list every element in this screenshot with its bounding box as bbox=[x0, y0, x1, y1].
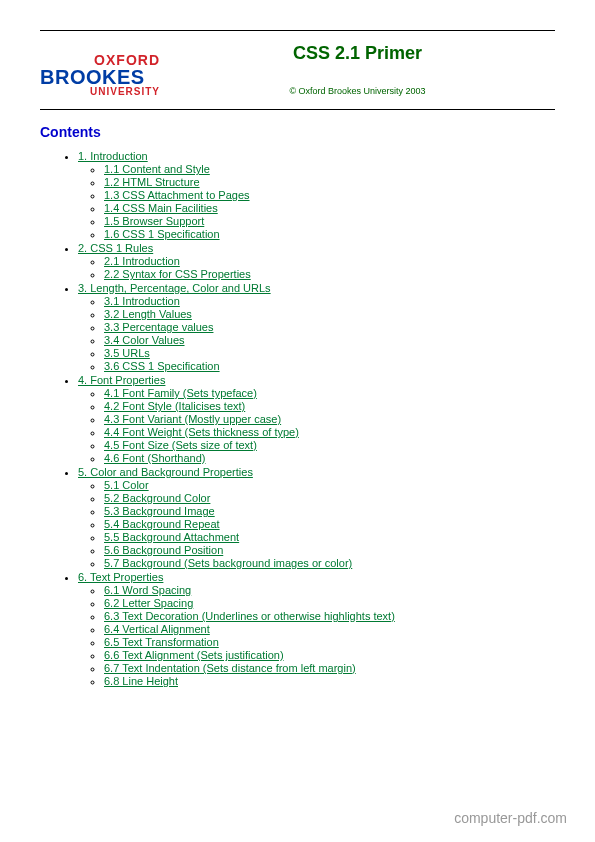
toc-subsection-link[interactable]: 5.1 Color bbox=[104, 479, 149, 491]
table-of-contents: 1. Introduction1.1 Content and Style1.2 … bbox=[40, 150, 555, 687]
toc-subsection-link[interactable]: 6.7 Text Indentation (Sets distance from… bbox=[104, 662, 356, 674]
toc-subsection: 2.2 Syntax for CSS Properties bbox=[104, 268, 555, 280]
toc-subsection-list: 3.1 Introduction3.2 Length Values3.3 Per… bbox=[78, 295, 555, 372]
toc-section-link[interactable]: 2. CSS 1 Rules bbox=[78, 242, 153, 254]
toc-subsection: 5.4 Background Repeat bbox=[104, 518, 555, 530]
toc-subsection-link[interactable]: 6.6 Text Alignment (Sets justification) bbox=[104, 649, 284, 661]
toc-subsection-link[interactable]: 4.2 Font Style (Italicises text) bbox=[104, 400, 245, 412]
toc-section: 4. Font Properties4.1 Font Family (Sets … bbox=[78, 374, 555, 464]
toc-subsection: 6.7 Text Indentation (Sets distance from… bbox=[104, 662, 555, 674]
footer-source: computer-pdf.com bbox=[454, 810, 567, 826]
toc-subsection: 3.4 Color Values bbox=[104, 334, 555, 346]
logo-line-3: UNIVERSITY bbox=[40, 87, 160, 97]
toc-subsection-link[interactable]: 1.2 HTML Structure bbox=[104, 176, 200, 188]
logo-line-2: BROOKES bbox=[40, 67, 160, 87]
toc-subsection: 1.2 HTML Structure bbox=[104, 176, 555, 188]
toc-section-link[interactable]: 5. Color and Background Properties bbox=[78, 466, 253, 478]
toc-subsection-link[interactable]: 4.6 Font (Shorthand) bbox=[104, 452, 206, 464]
toc-subsection: 1.5 Browser Support bbox=[104, 215, 555, 227]
toc-subsection-list: 4.1 Font Family (Sets typeface)4.2 Font … bbox=[78, 387, 555, 464]
toc-subsection: 3.6 CSS 1 Specification bbox=[104, 360, 555, 372]
toc-subsection: 5.6 Background Position bbox=[104, 544, 555, 556]
toc-subsection-link[interactable]: 2.1 Introduction bbox=[104, 255, 180, 267]
toc-subsection-link[interactable]: 3.3 Percentage values bbox=[104, 321, 213, 333]
toc-subsection-list: 5.1 Color5.2 Background Color5.3 Backgro… bbox=[78, 479, 555, 569]
title-area: CSS 2.1 Primer © Oxford Brookes Universi… bbox=[160, 41, 555, 96]
toc-subsection: 3.1 Introduction bbox=[104, 295, 555, 307]
toc-section: 3. Length, Percentage, Color and URLs3.1… bbox=[78, 282, 555, 372]
toc-subsection: 4.3 Font Variant (Mostly upper case) bbox=[104, 413, 555, 425]
toc-subsection-link[interactable]: 6.4 Vertical Alignment bbox=[104, 623, 210, 635]
toc-subsection-link[interactable]: 3.2 Length Values bbox=[104, 308, 192, 320]
toc-subsection: 4.4 Font Weight (Sets thickness of type) bbox=[104, 426, 555, 438]
toc-subsection-link[interactable]: 3.6 CSS 1 Specification bbox=[104, 360, 220, 372]
toc-subsection-link[interactable]: 4.3 Font Variant (Mostly upper case) bbox=[104, 413, 281, 425]
toc-section-link[interactable]: 1. Introduction bbox=[78, 150, 148, 162]
toc-subsection-link[interactable]: 1.6 CSS 1 Specification bbox=[104, 228, 220, 240]
toc-subsection-link[interactable]: 4.4 Font Weight (Sets thickness of type) bbox=[104, 426, 299, 438]
toc-section-link[interactable]: 6. Text Properties bbox=[78, 571, 163, 583]
toc-subsection: 1.6 CSS 1 Specification bbox=[104, 228, 555, 240]
top-rule bbox=[40, 30, 555, 31]
toc-subsection: 2.1 Introduction bbox=[104, 255, 555, 267]
contents-heading: Contents bbox=[40, 124, 555, 140]
toc-subsection-link[interactable]: 6.8 Line Height bbox=[104, 675, 178, 687]
toc-subsection-link[interactable]: 5.6 Background Position bbox=[104, 544, 223, 556]
header: OXFORD BROOKES UNIVERSITY CSS 2.1 Primer… bbox=[40, 41, 555, 97]
toc-subsection-link[interactable]: 4.5 Font Size (Sets size of text) bbox=[104, 439, 257, 451]
toc-subsection-link[interactable]: 4.1 Font Family (Sets typeface) bbox=[104, 387, 257, 399]
toc-subsection: 6.6 Text Alignment (Sets justification) bbox=[104, 649, 555, 661]
toc-subsection-link[interactable]: 6.3 Text Decoration (Underlines or other… bbox=[104, 610, 395, 622]
toc-subsection: 3.5 URLs bbox=[104, 347, 555, 359]
toc-subsection-link[interactable]: 6.2 Letter Spacing bbox=[104, 597, 193, 609]
toc-subsection-link[interactable]: 1.4 CSS Main Facilities bbox=[104, 202, 218, 214]
toc-subsection: 6.2 Letter Spacing bbox=[104, 597, 555, 609]
toc-subsection: 4.6 Font (Shorthand) bbox=[104, 452, 555, 464]
toc-section-link[interactable]: 3. Length, Percentage, Color and URLs bbox=[78, 282, 271, 294]
toc-subsection: 5.2 Background Color bbox=[104, 492, 555, 504]
toc-subsection: 5.1 Color bbox=[104, 479, 555, 491]
toc-subsection: 6.8 Line Height bbox=[104, 675, 555, 687]
toc-subsection-link[interactable]: 5.7 Background (Sets background images o… bbox=[104, 557, 352, 569]
toc-section: 5. Color and Background Properties5.1 Co… bbox=[78, 466, 555, 569]
toc-subsection: 5.5 Background Attachment bbox=[104, 531, 555, 543]
toc-subsection-link[interactable]: 5.5 Background Attachment bbox=[104, 531, 239, 543]
toc-subsection: 6.3 Text Decoration (Underlines or other… bbox=[104, 610, 555, 622]
toc-subsection-list: 1.1 Content and Style1.2 HTML Structure1… bbox=[78, 163, 555, 240]
toc-subsection-link[interactable]: 1.1 Content and Style bbox=[104, 163, 210, 175]
toc-subsection-link[interactable]: 6.1 Word Spacing bbox=[104, 584, 191, 596]
toc-section-link[interactable]: 4. Font Properties bbox=[78, 374, 165, 386]
page-title: CSS 2.1 Primer bbox=[160, 43, 555, 64]
toc-subsection-link[interactable]: 3.5 URLs bbox=[104, 347, 150, 359]
toc-section: 2. CSS 1 Rules2.1 Introduction2.2 Syntax… bbox=[78, 242, 555, 280]
toc-subsection-link[interactable]: 6.5 Text Transformation bbox=[104, 636, 219, 648]
toc-subsection: 6.4 Vertical Alignment bbox=[104, 623, 555, 635]
toc-subsection: 1.1 Content and Style bbox=[104, 163, 555, 175]
toc-subsection-link[interactable]: 1.3 CSS Attachment to Pages bbox=[104, 189, 250, 201]
toc-subsection: 1.3 CSS Attachment to Pages bbox=[104, 189, 555, 201]
toc-subsection: 6.5 Text Transformation bbox=[104, 636, 555, 648]
toc-subsection: 5.3 Background Image bbox=[104, 505, 555, 517]
toc-subsection-link[interactable]: 5.2 Background Color bbox=[104, 492, 210, 504]
toc-subsection-link[interactable]: 3.1 Introduction bbox=[104, 295, 180, 307]
toc-subsection-link[interactable]: 5.4 Background Repeat bbox=[104, 518, 220, 530]
toc-section: 1. Introduction1.1 Content and Style1.2 … bbox=[78, 150, 555, 240]
toc-subsection: 1.4 CSS Main Facilities bbox=[104, 202, 555, 214]
toc-subsection-link[interactable]: 5.3 Background Image bbox=[104, 505, 215, 517]
toc-subsection: 3.2 Length Values bbox=[104, 308, 555, 320]
toc-subsection: 4.1 Font Family (Sets typeface) bbox=[104, 387, 555, 399]
toc-subsection-link[interactable]: 3.4 Color Values bbox=[104, 334, 185, 346]
toc-subsection-list: 6.1 Word Spacing6.2 Letter Spacing6.3 Te… bbox=[78, 584, 555, 687]
mid-rule bbox=[40, 109, 555, 110]
toc-section: 6. Text Properties6.1 Word Spacing6.2 Le… bbox=[78, 571, 555, 687]
toc-subsection: 4.2 Font Style (Italicises text) bbox=[104, 400, 555, 412]
toc-subsection: 6.1 Word Spacing bbox=[104, 584, 555, 596]
toc-subsection-link[interactable]: 2.2 Syntax for CSS Properties bbox=[104, 268, 251, 280]
toc-subsection-list: 2.1 Introduction2.2 Syntax for CSS Prope… bbox=[78, 255, 555, 280]
toc-subsection: 3.3 Percentage values bbox=[104, 321, 555, 333]
brookes-logo: OXFORD BROOKES UNIVERSITY bbox=[40, 41, 160, 97]
toc-subsection: 5.7 Background (Sets background images o… bbox=[104, 557, 555, 569]
logo-line-1: OXFORD bbox=[40, 53, 160, 67]
copyright: © Oxford Brookes University 2003 bbox=[160, 86, 555, 96]
toc-subsection-link[interactable]: 1.5 Browser Support bbox=[104, 215, 204, 227]
